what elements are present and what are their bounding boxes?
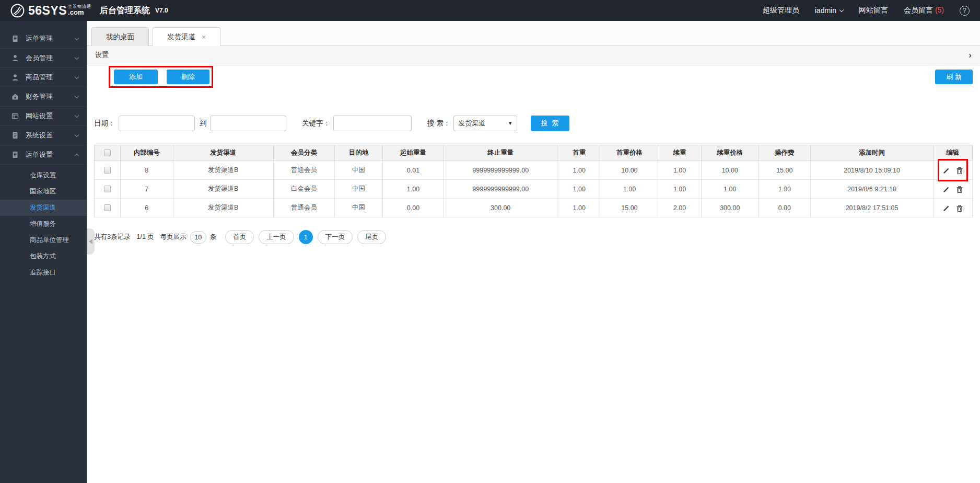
table-cell: 发货渠道B: [173, 199, 273, 217]
table-row: 7发货渠道B白金会员中国1.009999999999999.001.001.00…: [95, 180, 973, 199]
sidebar-item[interactable]: 系统设置: [0, 126, 87, 145]
record-count: 共有3条记录: [94, 233, 130, 242]
panel-title: 设置: [95, 50, 109, 60]
table-cell: 普通会员: [273, 199, 334, 217]
table-cell: 15.00: [759, 161, 811, 180]
edit-pencil-icon[interactable]: [943, 167, 950, 174]
sidebar-subitem[interactable]: 增值服务: [0, 216, 87, 232]
site-messages-link[interactable]: 网站留言: [859, 6, 888, 15]
topbar-right: 超级管理员 iadmin 网站留言 会员留言 (5) ?: [763, 6, 970, 16]
close-icon[interactable]: ×: [202, 33, 206, 41]
table-cell: 1.00: [557, 199, 601, 217]
per-page-input[interactable]: [190, 231, 206, 244]
member-messages-link[interactable]: 会员留言 (5): [904, 6, 944, 15]
table-cell: 15.00: [601, 199, 658, 217]
current-page-button[interactable]: 1: [299, 230, 313, 244]
main-area: 我的桌面 发货渠道 × 设置 › 添加 删除 刷 新 日期： 到 关键字： 搜 …: [87, 21, 980, 483]
date-from-input[interactable]: [119, 116, 195, 131]
sidebar-subitem[interactable]: 商品单位管理: [0, 232, 87, 248]
column-header[interactable]: 发货渠道: [173, 145, 273, 161]
table-row: 6发货渠道B普通会员中国0.00300.001.0015.002.00300.0…: [95, 199, 973, 217]
column-header[interactable]: 添加时间: [811, 145, 933, 161]
table-cell: 10.00: [601, 161, 658, 180]
tab-my-desktop[interactable]: 我的桌面: [91, 27, 149, 46]
edit-pencil-icon[interactable]: [943, 205, 950, 212]
column-header[interactable]: 目的地: [334, 145, 382, 161]
triangle-left-icon: [89, 239, 92, 244]
table-cell: 2.00: [658, 199, 702, 217]
table-cell: 0.00: [382, 199, 444, 217]
topbar: 56SYS 全景物流通 .com 后台管理系统 V7.0 超级管理员 iadmi…: [0, 0, 980, 21]
next-page-button[interactable]: 下一页: [318, 230, 353, 244]
column-header[interactable]: 首重价格: [601, 145, 658, 161]
last-page-button[interactable]: 尾页: [357, 230, 386, 244]
table-cell: 1.00: [702, 180, 759, 199]
sidebar-item[interactable]: 会员管理: [0, 49, 87, 68]
chevron-down-icon: [75, 94, 79, 98]
sidebar: 运单管理会员管理商品管理财务管理网站设置系统设置运单设置仓库设置国家地区发货渠道…: [0, 21, 87, 483]
trash-icon[interactable]: [956, 167, 963, 174]
keyword-input[interactable]: [333, 116, 412, 131]
table-cell: 9999999999999.00: [444, 180, 557, 199]
date-to-input[interactable]: [210, 116, 286, 131]
filter-bar: 日期： 到 关键字： 搜 索： 发货渠道 ▼ 搜 索: [94, 116, 973, 131]
brand-name: 56SYS: [28, 4, 67, 18]
sidebar-item[interactable]: 运单管理: [0, 29, 87, 49]
help-icon[interactable]: ?: [960, 6, 970, 16]
user-menu[interactable]: iadmin: [815, 6, 843, 15]
search-button[interactable]: 搜 索: [531, 116, 569, 131]
edit-cell: [933, 180, 972, 199]
edit-pencil-icon[interactable]: [943, 186, 950, 193]
chevron-down-icon: [75, 132, 79, 136]
sidebar-collapse-handle[interactable]: [87, 228, 95, 255]
column-header[interactable]: 续重价格: [702, 145, 759, 161]
per-page-label: 每页展示: [160, 233, 186, 242]
page-info: 1/1 页: [136, 233, 154, 242]
add-button[interactable]: 添加: [114, 70, 158, 84]
column-header[interactable]: 会员分类: [273, 145, 334, 161]
table-cell: 1.00: [382, 180, 444, 199]
column-header[interactable]: 起始重量: [382, 145, 444, 161]
prev-page-button[interactable]: 上一页: [259, 230, 294, 244]
table-cell: 中国: [334, 161, 382, 180]
sidebar-item[interactable]: 运单设置: [0, 145, 87, 165]
trash-icon[interactable]: [956, 205, 963, 212]
first-page-button[interactable]: 首页: [225, 230, 254, 244]
search-type-select[interactable]: 发货渠道 ▼: [453, 116, 517, 131]
table-cell: 普通会员: [273, 161, 334, 180]
refresh-button[interactable]: 刷 新: [935, 70, 973, 84]
column-header[interactable]: 终止重量: [444, 145, 557, 161]
sidebar-subitem[interactable]: 追踪接口: [0, 264, 87, 281]
sidebar-subitem[interactable]: 仓库设置: [0, 167, 87, 183]
to-label: 到: [200, 119, 207, 128]
table-cell: 2019/8/2 17:51:05: [811, 199, 933, 217]
member-messages-badge: (5): [935, 6, 944, 14]
column-header[interactable]: 编辑: [933, 145, 972, 161]
select-all-checkbox[interactable]: [104, 150, 111, 156]
edit-cell: [933, 199, 972, 217]
window-icon: [11, 112, 19, 120]
column-header[interactable]: 首重: [557, 145, 601, 161]
trash-icon[interactable]: [956, 186, 963, 193]
row-checkbox[interactable]: [104, 204, 111, 211]
table-cell: 10.00: [702, 161, 759, 180]
sidebar-subitem[interactable]: 国家地区: [0, 183, 87, 200]
tab-shipping-channel[interactable]: 发货渠道 ×: [153, 27, 220, 46]
sidebar-item[interactable]: 财务管理: [0, 87, 87, 107]
chevron-down-icon: [839, 7, 844, 12]
panel-collapse-icon[interactable]: ›: [969, 51, 972, 60]
sidebar-item[interactable]: 商品管理: [0, 68, 87, 87]
column-header[interactable]: 续重: [658, 145, 702, 161]
column-header[interactable]: 内部编号: [121, 145, 173, 161]
row-checkbox[interactable]: [104, 186, 111, 192]
delete-button[interactable]: 删除: [167, 70, 209, 84]
edit-cell: [933, 161, 972, 180]
table-cell: 300.00: [444, 199, 557, 217]
row-checkbox[interactable]: [104, 167, 111, 174]
sidebar-subitem[interactable]: 发货渠道: [0, 200, 87, 216]
column-header[interactable]: 操作费: [759, 145, 811, 161]
table-cell: 6: [121, 199, 173, 217]
sidebar-subitem[interactable]: 包装方式: [0, 248, 87, 264]
table-cell: 中国: [334, 180, 382, 199]
sidebar-item[interactable]: 网站设置: [0, 107, 87, 126]
